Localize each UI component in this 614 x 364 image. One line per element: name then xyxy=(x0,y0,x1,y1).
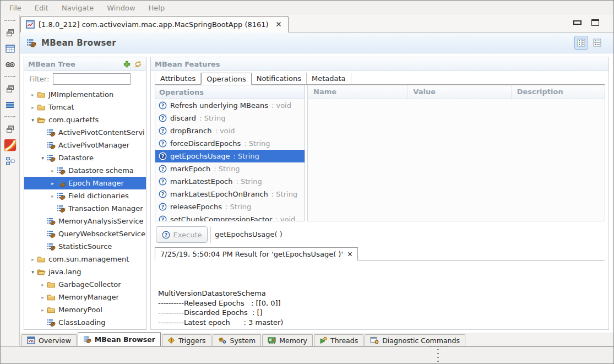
hierarchy-icon[interactable] xyxy=(3,154,17,168)
bottom-tab-diagnostic-commands[interactable]: Diagnostic Commands xyxy=(365,334,465,346)
expander-expanded-icon[interactable]: ▾ xyxy=(29,269,37,275)
tree-item[interactable]: QueryWebsocketService xyxy=(24,227,146,240)
tree-item[interactable]: ActivePivotManager xyxy=(24,139,146,151)
expander-expanded-icon[interactable]: ▾ xyxy=(39,155,47,161)
question-icon: ? xyxy=(159,215,167,221)
menu-item-help[interactable]: Help xyxy=(142,2,172,14)
mbean-browser-icon xyxy=(26,38,36,48)
menu-item-window[interactable]: Window xyxy=(100,2,142,14)
mbean-icon xyxy=(57,166,66,175)
binoculars-icon[interactable] xyxy=(3,57,17,72)
operation-item[interactable]: ?dropBranch : void xyxy=(155,124,305,137)
svg-text:?: ? xyxy=(161,166,165,172)
sash-grip-handle[interactable] xyxy=(437,349,439,362)
operation-item[interactable]: ?markLatestEpoch : String xyxy=(155,175,305,188)
operation-name: forceDiscardEpochs xyxy=(170,139,241,148)
restore-window-icon[interactable] xyxy=(3,82,17,96)
mbean-icon xyxy=(47,242,56,251)
operation-return-type: : String xyxy=(199,114,225,122)
tree-item[interactable]: StatisticSource xyxy=(24,240,146,253)
tree-item[interactable]: MemoryAnalysisService xyxy=(24,215,146,227)
operation-item[interactable]: ?discard : String xyxy=(155,112,305,124)
tree-item[interactable]: ▸GarbageCollector xyxy=(24,278,146,291)
operation-item[interactable]: ?markEpoch : String xyxy=(155,162,305,175)
sash-grip[interactable] xyxy=(429,346,448,347)
tab-operations[interactable]: Operations xyxy=(201,73,251,85)
expander-collapsed-icon[interactable]: ▸ xyxy=(29,257,37,262)
tree-item[interactable]: ActivePivotContentServi xyxy=(24,126,146,139)
minimize-button[interactable] xyxy=(573,20,582,25)
tree-item[interactable]: ▸JMImplementation xyxy=(24,88,146,101)
tree-item[interactable]: ▾com.quartetfs xyxy=(24,113,146,126)
maximize-button[interactable] xyxy=(591,19,599,26)
expander-collapsed-icon[interactable]: ▸ xyxy=(39,282,47,287)
operation-item[interactable]: ?Refresh underlying MBeans : void xyxy=(155,99,305,112)
add-mbean-icon[interactable] xyxy=(123,61,131,68)
operation-item[interactable]: ?releaseEpochs : String xyxy=(155,200,305,213)
expander-collapsed-icon[interactable]: ▸ xyxy=(39,307,47,313)
operation-item[interactable]: ?forceDiscardEpochs : String xyxy=(155,137,305,150)
operation-item[interactable]: ?setChunkCompressionFactor : void xyxy=(155,213,305,221)
restore-window-icon[interactable] xyxy=(3,25,17,40)
tree-item[interactable]: ▸Datastore schema xyxy=(24,164,146,177)
tab-metadata[interactable]: Metadata xyxy=(307,73,351,84)
expander-collapsed-icon[interactable]: ▸ xyxy=(29,92,37,97)
tree-item[interactable]: ▸Tomcat xyxy=(24,101,146,113)
tree-item[interactable]: ▾Datastore xyxy=(24,151,146,164)
bottom-tab-memory[interactable]: Memory xyxy=(262,334,313,346)
expander-expanded-icon[interactable]: ▾ xyxy=(29,117,37,123)
bottom-tab-overview[interactable]: Overview xyxy=(21,334,77,346)
column-header-name[interactable]: Name xyxy=(308,85,407,99)
bottom-tab-threads[interactable]: Threads xyxy=(314,334,363,346)
bottom-tab-label: Threads xyxy=(330,336,358,345)
tree-item[interactable]: ▸com.sun.management xyxy=(24,253,146,265)
mission-control-icon[interactable] xyxy=(3,138,17,152)
expander-collapsed-icon[interactable]: ▸ xyxy=(48,168,57,173)
bottom-tab-triggers[interactable]: Triggers xyxy=(162,334,211,346)
tab-notifications[interactable]: Notifications xyxy=(252,73,307,84)
bottom-tab-mbean-browser[interactable]: MBean Browser xyxy=(78,332,161,346)
tree-item[interactable]: ▸Field dictionaries xyxy=(24,189,146,202)
close-icon[interactable] xyxy=(347,252,352,257)
tree-item-label: Tomcat xyxy=(48,103,74,111)
refresh-icon[interactable] xyxy=(134,60,142,68)
mbean-icon xyxy=(47,141,56,150)
menu-item-file[interactable]: File xyxy=(3,2,28,14)
table-view-icon[interactable] xyxy=(3,41,17,56)
layout-horizontal-button[interactable] xyxy=(590,36,604,50)
filter-input[interactable] xyxy=(53,73,131,85)
tree-item[interactable]: ▸MemoryManager xyxy=(24,291,146,303)
operation-name: markEpoch xyxy=(170,165,210,173)
menu-bar: FileEditNavigateWindowHelp xyxy=(1,1,613,15)
operation-item[interactable]: ?getEpochsUsage : String xyxy=(155,150,305,162)
expander-collapsed-icon[interactable]: ▸ xyxy=(48,193,57,199)
tree-item[interactable]: ▸MemoryPool xyxy=(24,303,146,316)
tab-attributes[interactable]: Attributes xyxy=(155,73,201,84)
expander-collapsed-icon[interactable]: ▸ xyxy=(29,105,37,110)
expander-collapsed-icon[interactable]: ▸ xyxy=(39,295,47,300)
operation-return-type: : void xyxy=(271,101,291,110)
menu-item-edit[interactable]: Edit xyxy=(28,2,55,14)
diagnostic-icon xyxy=(370,336,379,344)
tree-item-label: JMImplementation xyxy=(48,90,113,99)
layout-vertical-button[interactable] xyxy=(574,36,588,50)
bottom-tab-system[interactable]: System xyxy=(213,334,262,346)
restore-window-icon[interactable] xyxy=(3,122,17,136)
column-header-description[interactable]: Description xyxy=(511,85,605,99)
editor-tab[interactable]: [1.8.0_212] com.activeviam.mac.app.MacSp… xyxy=(20,16,289,32)
close-icon[interactable] xyxy=(276,21,281,27)
menu-item-navigate[interactable]: Navigate xyxy=(55,2,100,14)
column-header-value[interactable]: Value xyxy=(407,85,510,99)
list-view-icon[interactable] xyxy=(3,97,17,112)
expander-collapsed-icon[interactable]: ▸ xyxy=(48,181,57,186)
folder-icon xyxy=(37,103,46,112)
tree-item[interactable]: ▾java.lang xyxy=(24,265,146,278)
tree-item[interactable]: ▸Epoch Manager xyxy=(24,177,146,189)
result-tab[interactable]: 7/25/19, 5:50:04 PM Result for 'getEpoch… xyxy=(155,247,358,260)
operation-item[interactable]: ?markLatestEpochOnBranch : String xyxy=(155,188,305,200)
bottom-tab-label: Triggers xyxy=(178,336,206,345)
tree-item[interactable]: ClassLoading xyxy=(24,316,146,329)
execute-button[interactable]: ? Execute xyxy=(156,226,208,243)
tree-item-label: Datastore xyxy=(58,154,94,162)
tree-item[interactable]: Transaction Manager xyxy=(24,202,146,215)
